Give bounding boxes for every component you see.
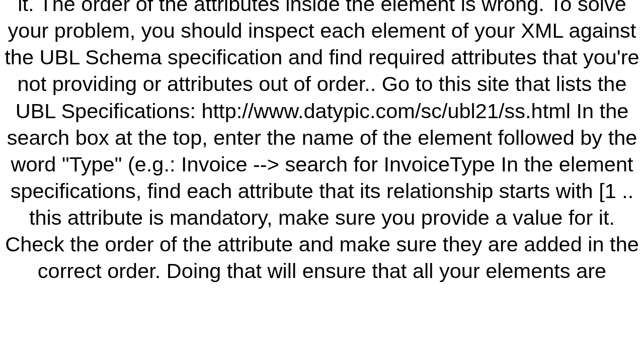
- viewport: into two categories: An Attribute is req…: [0, 0, 644, 362]
- body-text: into two categories: An Attribute is req…: [0, 0, 644, 284]
